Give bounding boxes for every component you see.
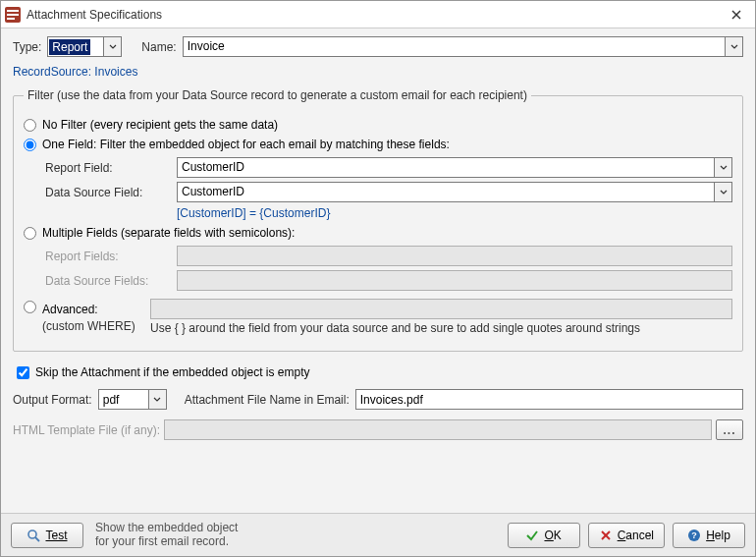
radio-advanced[interactable]: [24, 301, 36, 313]
svg-rect-3: [7, 18, 15, 20]
test-desc-line1: Show the embedded object: [95, 522, 500, 535]
close-icon: [731, 10, 741, 20]
test-description: Show the embedded object for your first …: [95, 522, 500, 549]
svg-line-7: [35, 537, 39, 541]
test-button[interactable]: Test: [11, 523, 83, 548]
ok-button[interactable]: OK: [508, 523, 580, 548]
data-source-field-label: Data Source Field:: [45, 186, 177, 199]
chevron-down-icon[interactable]: [725, 37, 742, 56]
report-field-combo[interactable]: CustomerID: [177, 157, 732, 178]
skip-checkbox-label: Skip the Attachment if the embedded obje…: [35, 365, 310, 379]
report-fields-input: [177, 246, 732, 266]
test-desc-line2: for your first email record.: [95, 535, 500, 549]
multiple-fields-label: Multiple Fields (separate fields with se…: [42, 226, 295, 240]
type-label: Type:: [13, 40, 41, 54]
chevron-down-icon[interactable]: [103, 37, 121, 56]
svg-text:?: ?: [691, 530, 697, 540]
template-file-input: [164, 419, 712, 440]
record-source-link[interactable]: RecordSource: Invoices: [13, 65, 743, 79]
report-field-label: Report Field:: [45, 161, 177, 175]
ok-label-rest: K: [554, 529, 562, 542]
no-filter-label: No Filter (every recipient gets the same…: [42, 118, 278, 132]
one-field-label: One Field: Filter the embedded object fo…: [42, 138, 450, 151]
name-label: Name:: [141, 40, 176, 54]
chevron-down-icon[interactable]: [148, 390, 166, 409]
report-field-value: CustomerID: [178, 158, 714, 177]
attachment-filename-label: Attachment File Name in Email:: [185, 393, 350, 407]
help-button[interactable]: ? Help: [673, 523, 745, 548]
type-value: Report: [49, 39, 90, 55]
data-source-fields-input: [177, 270, 732, 291]
x-icon: [599, 529, 613, 542]
radio-no-filter[interactable]: [24, 119, 36, 132]
button-bar: Test Show the embedded object for your f…: [1, 513, 755, 556]
magnifier-icon: [27, 529, 40, 542]
data-source-field-combo[interactable]: CustomerID: [177, 182, 732, 202]
window-title: Attachment Specifications: [27, 8, 722, 22]
type-combo[interactable]: Report: [47, 36, 122, 57]
output-format-label: Output Format:: [13, 393, 92, 407]
advanced-label: Advanced:: [42, 303, 150, 316]
filter-group: Filter (use the data from your Data Sour…: [13, 88, 743, 352]
browse-button[interactable]: [716, 419, 743, 440]
title-bar: Attachment Specifications: [1, 1, 755, 28]
svg-rect-2: [7, 14, 19, 16]
advanced-where-input: [150, 299, 732, 319]
output-format-combo[interactable]: pdf: [98, 389, 167, 410]
close-button[interactable]: [722, 4, 751, 26]
template-file-label: HTML Template File (if any):: [13, 423, 160, 437]
app-icon: [5, 7, 21, 23]
radio-multiple-fields[interactable]: [24, 227, 36, 240]
name-value: Invoice: [184, 37, 725, 56]
name-combo[interactable]: Invoice: [183, 36, 743, 57]
svg-rect-1: [7, 10, 19, 12]
help-icon: ?: [687, 529, 701, 542]
report-fields-label: Report Fields:: [45, 250, 177, 263]
svg-point-6: [28, 530, 36, 538]
output-format-value: pdf: [99, 391, 124, 409]
advanced-sublabel: (custom WHERE): [42, 319, 150, 335]
cancel-button[interactable]: Cancel: [588, 523, 665, 548]
test-button-label: Test: [45, 529, 67, 542]
filter-legend: Filter (use the data from your Data Sour…: [24, 88, 531, 102]
skip-checkbox[interactable]: [17, 366, 29, 379]
advanced-hint: Use { } around the field from your data …: [150, 321, 640, 335]
check-icon: [525, 529, 539, 542]
data-source-fields-label: Data Source Fields:: [45, 274, 177, 288]
filter-equation: [CustomerID] = {CustomerID}: [177, 206, 732, 220]
data-source-field-value: CustomerID: [178, 183, 714, 201]
radio-one-field[interactable]: [24, 139, 36, 151]
attachment-filename-input[interactable]: [355, 389, 743, 410]
chevron-down-icon[interactable]: [714, 183, 731, 201]
chevron-down-icon[interactable]: [714, 158, 731, 177]
